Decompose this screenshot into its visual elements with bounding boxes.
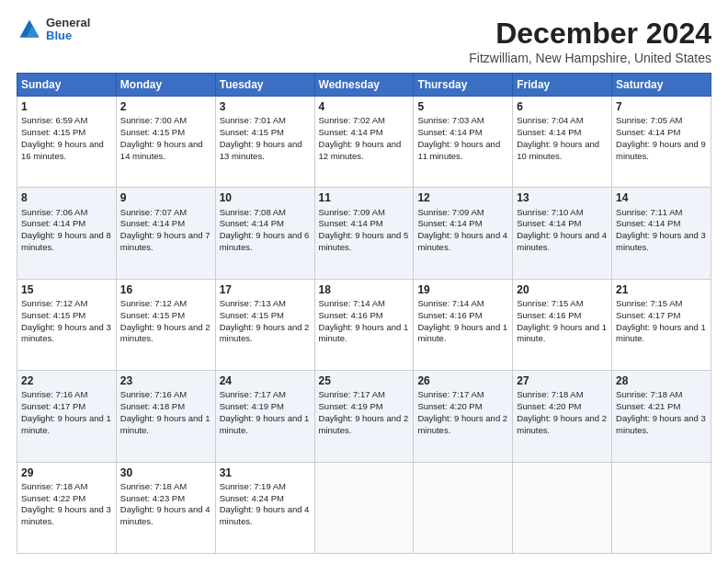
day-info-line: Sunset: 4:14 PM: [21, 218, 85, 228]
day-info-line: Sunrise: 7:18 AM: [120, 481, 187, 491]
day-number: 26: [417, 373, 508, 388]
day-number: 18: [319, 282, 410, 297]
day-info-line: Sunrise: 7:00 AM: [120, 115, 187, 125]
day-info-line: Sunset: 4:14 PM: [319, 127, 383, 137]
calendar-week-5: 29Sunrise: 7:18 AM Sunset: 4:22 PM Dayli…: [17, 462, 711, 553]
day-info-line: Sunset: 4:18 PM: [120, 401, 185, 411]
day-number: 21: [616, 282, 707, 297]
day-info-line: Sunset: 4:20 PM: [517, 401, 581, 411]
col-saturday: Saturday: [612, 74, 711, 97]
day-info-line: Sunset: 4:16 PM: [417, 310, 482, 320]
day-info-line: Daylight: 9 hours: [120, 139, 186, 149]
table-row: 19Sunrise: 7:14 AM Sunset: 4:16 PM Dayli…: [414, 279, 513, 370]
table-row: 28Sunrise: 7:18 AM Sunset: 4:21 PM Dayli…: [612, 371, 711, 462]
table-row: 30Sunrise: 7:18 AM Sunset: 4:23 PM Dayli…: [116, 462, 215, 553]
table-row: 12Sunrise: 7:09 AM Sunset: 4:14 PM Dayli…: [414, 188, 513, 279]
day-info-line: Sunrise: 7:15 AM: [616, 298, 682, 308]
table-row: 26Sunrise: 7:17 AM Sunset: 4:20 PM Dayli…: [414, 371, 513, 462]
table-row: 4Sunrise: 7:02 AM Sunset: 4:14 PM Daylig…: [314, 97, 414, 188]
col-wednesday: Wednesday: [314, 74, 414, 97]
day-number: 9: [120, 190, 211, 205]
day-info-line: Daylight: 9 hours: [417, 322, 483, 332]
day-info-line: Sunset: 4:19 PM: [319, 401, 383, 411]
day-info-line: Daylight: 9 hours: [120, 504, 186, 514]
table-row: 22Sunrise: 7:16 AM Sunset: 4:17 PM Dayli…: [17, 371, 117, 462]
day-number: 22: [21, 373, 112, 388]
day-info-line: Sunrise: 7:14 AM: [319, 298, 385, 308]
day-info-line: Sunrise: 7:02 AM: [319, 115, 385, 125]
day-info-line: Sunrise: 7:18 AM: [616, 389, 682, 399]
day-info-line: Sunset: 4:14 PM: [417, 218, 482, 228]
day-number: 30: [120, 465, 211, 480]
day-info-line: Sunrise: 7:05 AM: [616, 115, 682, 125]
table-row: [513, 462, 612, 553]
table-row: 24Sunrise: 7:17 AM Sunset: 4:19 PM Dayli…: [215, 371, 314, 462]
logo-text: General Blue: [46, 17, 90, 43]
calendar-week-1: 1Sunrise: 6:59 AM Sunset: 4:15 PM Daylig…: [17, 97, 711, 188]
col-monday: Monday: [116, 74, 215, 97]
day-info-line: Sunset: 4:20 PM: [417, 401, 482, 411]
day-number: 12: [417, 190, 508, 205]
day-info-line: Daylight: 9 hours: [220, 139, 285, 149]
page: General Blue December 2024 Fitzwilliam, …: [0, 0, 728, 563]
table-row: 27Sunrise: 7:18 AM Sunset: 4:20 PM Dayli…: [513, 371, 612, 462]
day-number: 27: [517, 373, 608, 388]
calendar-table: Sunday Monday Tuesday Wednesday Thursday…: [17, 73, 711, 554]
day-info-line: Sunset: 4:14 PM: [616, 218, 680, 228]
day-info-line: Sunrise: 6:59 AM: [21, 115, 87, 125]
day-info-line: Sunrise: 7:18 AM: [21, 481, 87, 491]
day-info-line: Daylight: 9 hours: [616, 322, 681, 332]
title-block: December 2024 Fitzwilliam, New Hampshire…: [469, 17, 711, 65]
table-row: 5Sunrise: 7:03 AM Sunset: 4:14 PM Daylig…: [414, 97, 513, 188]
table-row: 20Sunrise: 7:15 AM Sunset: 4:16 PM Dayli…: [513, 279, 612, 370]
day-info-line: Sunset: 4:15 PM: [21, 127, 85, 137]
day-number: 17: [220, 282, 311, 297]
day-info-line: Sunrise: 7:19 AM: [220, 481, 286, 491]
day-info-line: Sunset: 4:15 PM: [120, 127, 185, 137]
day-info-line: Daylight: 9 hours: [616, 139, 681, 149]
day-number: 5: [417, 99, 508, 114]
table-row: 13Sunrise: 7:10 AM Sunset: 4:14 PM Dayli…: [513, 188, 612, 279]
day-info-line: Sunset: 4:14 PM: [220, 218, 284, 228]
table-row: 10Sunrise: 7:08 AM Sunset: 4:14 PM Dayli…: [215, 188, 314, 279]
header: General Blue December 2024 Fitzwilliam, …: [17, 17, 711, 65]
day-info-line: Sunrise: 7:16 AM: [21, 389, 87, 399]
day-info-line: Sunset: 4:19 PM: [220, 401, 284, 411]
day-info-line: Sunset: 4:14 PM: [517, 218, 581, 228]
day-info-line: Sunrise: 7:12 AM: [21, 298, 87, 308]
day-number: 11: [319, 190, 410, 205]
table-row: [314, 462, 414, 553]
day-number: 29: [21, 465, 112, 480]
day-info-line: Sunrise: 7:13 AM: [220, 298, 286, 308]
day-info-line: Sunrise: 7:15 AM: [517, 298, 583, 308]
day-info-line: Sunset: 4:15 PM: [21, 310, 85, 320]
day-info-line: Sunrise: 7:17 AM: [220, 389, 286, 399]
day-info-line: Daylight: 9 hours: [517, 322, 582, 332]
day-info-line: Daylight: 9 hours: [616, 413, 681, 423]
logo-blue: Blue: [46, 29, 90, 42]
table-row: 6Sunrise: 7:04 AM Sunset: 4:14 PM Daylig…: [513, 97, 612, 188]
table-row: [612, 462, 711, 553]
day-info-line: Daylight: 9 hours: [21, 413, 86, 423]
day-info-line: Daylight: 9 hours: [120, 413, 186, 423]
day-info-line: Sunset: 4:16 PM: [517, 310, 581, 320]
table-row: 16Sunrise: 7:12 AM Sunset: 4:15 PM Dayli…: [116, 279, 215, 370]
table-row: 3Sunrise: 7:01 AM Sunset: 4:15 PM Daylig…: [215, 97, 314, 188]
day-info-line: Sunset: 4:14 PM: [417, 127, 482, 137]
day-info-line: Sunrise: 7:04 AM: [517, 115, 583, 125]
col-sunday: Sunday: [17, 74, 117, 97]
day-info-line: Sunset: 4:23 PM: [120, 493, 185, 503]
day-info-line: Sunrise: 7:01 AM: [220, 115, 286, 125]
col-thursday: Thursday: [414, 74, 513, 97]
day-info-line: Daylight: 9 hours: [319, 139, 384, 149]
day-info-line: Daylight: 9 hours: [417, 230, 483, 240]
day-info-line: Sunset: 4:17 PM: [616, 310, 680, 320]
day-info-line: Sunset: 4:15 PM: [220, 127, 284, 137]
table-row: 14Sunrise: 7:11 AM Sunset: 4:14 PM Dayli…: [612, 188, 711, 279]
col-tuesday: Tuesday: [215, 74, 314, 97]
table-row: 31Sunrise: 7:19 AM Sunset: 4:24 PM Dayli…: [215, 462, 314, 553]
table-row: 21Sunrise: 7:15 AM Sunset: 4:17 PM Dayli…: [612, 279, 711, 370]
day-info-line: Daylight: 9 hours: [220, 230, 285, 240]
day-number: 13: [517, 190, 608, 205]
day-info-line: Sunrise: 7:09 AM: [417, 207, 483, 217]
